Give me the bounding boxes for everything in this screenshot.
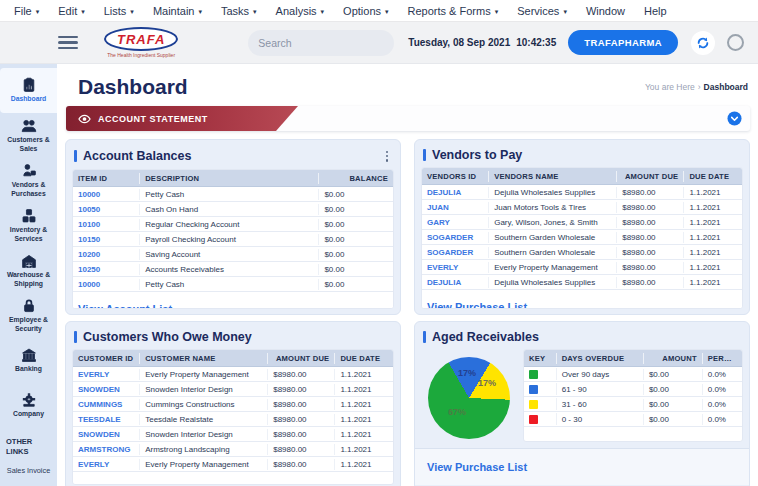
chevron-down-circle-icon[interactable] <box>727 111 742 126</box>
view-purchase-list-link[interactable]: View Purchase List <box>427 301 527 309</box>
menubar-item-tasks[interactable]: Tasks▾ <box>221 5 257 17</box>
cell-due: 1.1.2021 <box>684 262 742 273</box>
account-statement-bar: ACCOUNT STATEMENT <box>66 106 750 131</box>
sidebar-item-inventory-services[interactable]: Inventory & Services <box>0 203 57 248</box>
cell-id[interactable]: 10150 <box>73 234 140 245</box>
cell-name: Armstrong Landscaping <box>140 444 268 455</box>
cell-name: Snowden Interior Design <box>140 384 268 395</box>
caret-down-icon: ▾ <box>130 8 134 15</box>
table-row: TEESDALETeesdale Realstate$8980.001.1.20… <box>73 412 393 427</box>
sidebar-item-customers-sales[interactable]: Customers & Sales <box>0 113 57 158</box>
table-row: 0 - 30$0.000.0% <box>524 412 742 427</box>
sidebar-item-label: Customers & Sales <box>1 136 56 153</box>
table-header-row: VENDORS IDVENDORS NAMEAMOUNT DUEDUE DATE <box>422 168 742 185</box>
account-balances-table: ITEM IDDESCRIPTIONBALANCE10000Petty Cash… <box>73 170 393 292</box>
menubar-item-file[interactable]: File▾ <box>14 5 39 17</box>
cell-balance: $0.00 <box>319 279 393 290</box>
dashboard-icon <box>21 77 37 93</box>
sidebar-item-vendors-purchases[interactable]: Vendors & Purchases <box>0 158 57 203</box>
cell-name: Everly Property Management <box>140 459 268 470</box>
inventory-icon <box>21 208 37 224</box>
cell-id[interactable]: EVERLY <box>422 262 489 273</box>
cell-amount: $8980.00 <box>617 232 684 243</box>
sidebar-item-warehouse-shipping[interactable]: Warehouse & Shipping <box>0 248 57 293</box>
sidebar-item-employee-security[interactable]: Employee & Security <box>0 293 57 338</box>
cell-id[interactable]: CUMMINGS <box>73 399 140 410</box>
cell-key <box>524 398 557 409</box>
kebab-menu-icon[interactable] <box>382 148 392 164</box>
menubar-item-help[interactable]: Help <box>644 5 667 17</box>
cell-id[interactable]: SOGARDER <box>422 247 489 258</box>
cell-id[interactable]: 10000 <box>73 189 140 200</box>
cell-percent: 0.0% <box>703 384 742 395</box>
cell-id[interactable]: DEJULIA <box>422 187 489 198</box>
sidebar-link-sales-invoice[interactable]: Sales Invoice <box>0 466 57 475</box>
table-row: DEJULIADejulia Wholesales Supplies$8980.… <box>422 185 742 200</box>
cell-id[interactable]: EVERLY <box>73 369 140 380</box>
hamburger-menu-icon[interactable] <box>58 33 78 52</box>
menubar-item-lists[interactable]: Lists▾ <box>104 5 134 17</box>
caret-down-icon: ▾ <box>321 8 325 15</box>
cell-id[interactable]: 10000 <box>73 279 140 290</box>
menubar-item-window[interactable]: Window <box>586 5 625 17</box>
status-ring-icon[interactable] <box>727 34 744 51</box>
sidebar-item-dashboard[interactable]: Dashboard <box>0 68 57 113</box>
menubar-item-edit[interactable]: Edit▾ <box>58 5 84 17</box>
cell-due: 1.1.2021 <box>335 459 393 470</box>
sidebar-item-banking[interactable]: Banking <box>0 338 57 383</box>
cell-key <box>524 383 557 394</box>
cell-id[interactable]: JUAN <box>422 202 489 213</box>
company-button[interactable]: TRAFAPHARMA <box>568 30 678 55</box>
cell-id[interactable]: GARY <box>422 217 489 228</box>
cell-days: 0 - 30 <box>557 414 644 425</box>
menubar-item-maintain[interactable]: Maintain▾ <box>153 5 202 17</box>
panel-title: Customers Who Owe Money <box>74 330 252 344</box>
sidebar-item-company[interactable]: Company <box>0 383 57 428</box>
cell-id[interactable]: ARMSTRONG <box>73 444 140 455</box>
sidebar: Dashboard Customers & Sales Vendors & Pu… <box>0 64 57 486</box>
cell-description: Saving Account <box>140 249 319 260</box>
cell-id[interactable]: DEJULIA <box>422 277 489 288</box>
cell-id[interactable]: EVERLY <box>73 459 140 470</box>
menubar-item-reports-forms[interactable]: Reports & Forms▾ <box>408 5 499 17</box>
cell-days: Over 90 days <box>557 369 644 380</box>
menubar-item-services[interactable]: Services▾ <box>517 5 567 17</box>
cell-name: Southern Garden Wholesale <box>489 247 617 258</box>
cell-id[interactable]: TEESDALE <box>73 414 140 425</box>
search-box[interactable] <box>248 30 394 56</box>
column-header: KEY <box>524 353 557 364</box>
breadcrumb: You are Here›Dashboard <box>645 82 748 92</box>
cell-id[interactable]: SNOWDEN <box>73 429 140 440</box>
cell-due: 1.1.2021 <box>335 414 393 425</box>
cell-percent: 0.0% <box>703 369 742 380</box>
datetime: Tuesday, 08 Sep 202110:42:35 <box>408 37 556 48</box>
cell-id[interactable]: SNOWDEN <box>73 384 140 395</box>
cell-name: Dejulia Wholesales Supplies <box>489 187 617 198</box>
cell-amount: $8980.00 <box>268 369 335 380</box>
view-account-list-link[interactable]: View Account List <box>78 303 172 309</box>
cell-balance: $0.00 <box>319 204 393 215</box>
cell-id[interactable]: 10250 <box>73 264 140 275</box>
cell-due: 1.1.2021 <box>335 384 393 395</box>
cell-id[interactable]: 10100 <box>73 219 140 230</box>
column-header: ITEM ID <box>73 173 140 184</box>
cell-amount: $8980.00 <box>268 459 335 470</box>
menubar-item-analysis[interactable]: Analysis▾ <box>276 5 324 17</box>
breadcrumb-current[interactable]: Dashboard <box>704 82 748 92</box>
cell-id[interactable]: SOGARDER <box>422 232 489 243</box>
refresh-icon[interactable] <box>691 31 715 55</box>
cell-amount: $0.00 <box>644 399 703 410</box>
table-row: DEJULIADejulia Wholesales Supplies$8980.… <box>422 275 742 290</box>
cell-name: Teesdale Realstate <box>140 414 268 425</box>
legend-color-swatch <box>529 370 538 379</box>
sidebar-item-label: Vendors & Purchases <box>1 181 56 198</box>
table-row: Over 90 days$0.000.0% <box>524 367 742 382</box>
cell-id[interactable]: 10200 <box>73 249 140 260</box>
menubar-item-options[interactable]: Options▾ <box>343 5 388 17</box>
view-purchase-list-link[interactable]: View Purchase List <box>427 461 527 473</box>
panel-title: Account Balances <box>74 149 191 163</box>
search-input[interactable] <box>258 37 393 49</box>
cell-amount: $8980.00 <box>617 277 684 288</box>
cell-percent: 0.0% <box>703 414 742 425</box>
cell-id[interactable]: 10050 <box>73 204 140 215</box>
